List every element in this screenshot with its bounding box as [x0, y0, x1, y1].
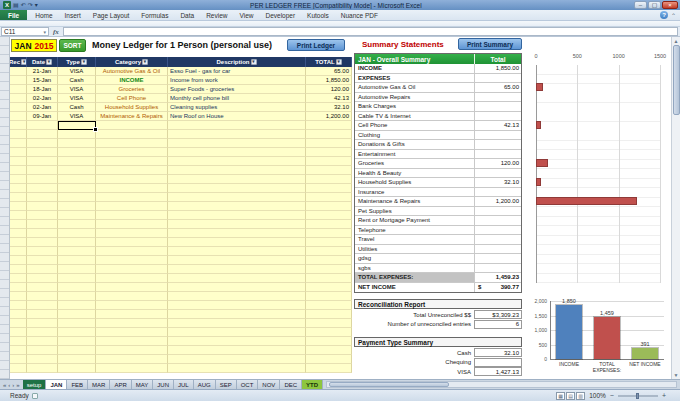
sheet-tab-nov[interactable]: NOV: [258, 380, 280, 389]
ledger-cell-total[interactable]: [306, 310, 352, 319]
ledger-cell-type[interactable]: [58, 292, 96, 301]
name-box-dropdown-icon[interactable]: ▾: [43, 29, 46, 35]
ledger-cell-description[interactable]: [168, 121, 306, 130]
macro-record-icon[interactable]: [32, 393, 38, 399]
ribbon-tab-data[interactable]: Data: [174, 10, 200, 20]
ledger-cell-description[interactable]: [168, 148, 306, 157]
ledger-cell-rec[interactable]: [10, 211, 27, 220]
ledger-cell-total[interactable]: 120.00: [306, 85, 352, 94]
payment-row-value[interactable]: 32.10: [474, 348, 522, 357]
ledger-cell-rec[interactable]: [10, 229, 27, 238]
summary-label[interactable]: Entertainment: [355, 150, 475, 159]
ledger-column-date[interactable]: Date▾: [27, 57, 58, 67]
summary-label[interactable]: gdsg: [355, 254, 475, 263]
ledger-cell-description[interactable]: [168, 229, 306, 238]
ledger-cell-type[interactable]: [58, 148, 96, 157]
row-header-strip[interactable]: [0, 37, 10, 379]
ledger-cell-category[interactable]: [96, 184, 168, 193]
ledger-cell-category[interactable]: INCOME: [96, 76, 168, 85]
ledger-column-category[interactable]: Category▾: [96, 57, 168, 67]
ledger-cell-rec[interactable]: [10, 67, 27, 76]
ledger-cell-date[interactable]: [27, 148, 58, 157]
summary-label[interactable]: TOTAL EXPENSES:: [355, 273, 475, 282]
summary-value[interactable]: [475, 131, 521, 140]
ledger-cell-total[interactable]: [306, 247, 352, 256]
ledger-cell-total[interactable]: [306, 139, 352, 148]
sheet-tab-ytd[interactable]: YTD: [302, 380, 323, 389]
page-layout-view-icon[interactable]: ▤: [566, 392, 575, 400]
ledger-cell-type[interactable]: [58, 184, 96, 193]
summary-value[interactable]: [475, 254, 521, 263]
ribbon-tab-file[interactable]: File: [0, 10, 27, 20]
ledger-cell-date[interactable]: [27, 184, 58, 193]
ledger-cell-rec[interactable]: [10, 148, 27, 157]
ledger-cell-date[interactable]: [27, 193, 58, 202]
ledger-cell-rec[interactable]: [10, 184, 27, 193]
ledger-cell-description[interactable]: [168, 283, 306, 292]
ledger-cell-description[interactable]: [168, 139, 306, 148]
ledger-cell-category[interactable]: [96, 292, 168, 301]
ledger-cell-date[interactable]: [27, 328, 58, 337]
ledger-cell-category[interactable]: Automotive Gas & Oil: [96, 67, 168, 76]
summary-label[interactable]: sgbs: [355, 264, 475, 273]
sheet-tab-jun[interactable]: JUN: [153, 380, 174, 389]
sheet-tab-dec[interactable]: DEC: [280, 380, 302, 389]
summary-value[interactable]: 65.00: [475, 83, 521, 92]
sheet-tab-may[interactable]: MAY: [132, 380, 154, 389]
reconciliation-row-value[interactable]: 6: [474, 320, 522, 329]
expense-bar-chart[interactable]: 050010001500: [524, 49, 670, 289]
ledger-cell-date[interactable]: [27, 121, 58, 130]
summary-label[interactable]: NET INCOME: [355, 283, 475, 293]
ledger-cell-date[interactable]: 02-Jan: [27, 94, 58, 103]
summary-value[interactable]: [475, 169, 521, 178]
summary-value[interactable]: 1,850.00: [475, 64, 521, 73]
ledger-cell-description[interactable]: [168, 265, 306, 274]
ledger-cell-date[interactable]: [27, 355, 58, 364]
ledger-cell-rec[interactable]: [10, 337, 27, 346]
summary-value[interactable]: [475, 226, 521, 235]
ledger-cell-description[interactable]: Cleaning supplies: [168, 103, 306, 112]
ribbon-tab-developer[interactable]: Developer: [259, 10, 301, 20]
summary-value[interactable]: 1,200.00: [475, 197, 521, 206]
ledger-cell-description[interactable]: Esso Fuel - gas for car: [168, 67, 306, 76]
ledger-cell-description[interactable]: [168, 184, 306, 193]
ledger-cell-type[interactable]: [58, 139, 96, 148]
minimize-button[interactable]: –: [634, 1, 647, 9]
ledger-cell-rec[interactable]: [10, 103, 27, 112]
ledger-cell-description[interactable]: Income from work: [168, 76, 306, 85]
ledger-cell-description[interactable]: [168, 247, 306, 256]
summary-label[interactable]: Health & Beauty: [355, 169, 475, 178]
ledger-cell-type[interactable]: VISA: [58, 85, 96, 94]
ledger-cell-description[interactable]: [168, 355, 306, 364]
ledger-cell-date[interactable]: [27, 238, 58, 247]
ledger-cell-total[interactable]: [306, 184, 352, 193]
ledger-cell-date[interactable]: [27, 157, 58, 166]
ledger-cell-total[interactable]: [306, 346, 352, 355]
ledger-cell-category[interactable]: Maintenance & Repairs: [96, 112, 168, 121]
sheet-tab-aug[interactable]: AUG: [194, 380, 216, 389]
ledger-cell-category[interactable]: [96, 283, 168, 292]
ledger-cell-total[interactable]: [306, 238, 352, 247]
ledger-cell-description[interactable]: [168, 337, 306, 346]
ledger-cell-type[interactable]: [58, 328, 96, 337]
ledger-cell-rec[interactable]: [10, 130, 27, 139]
summary-label[interactable]: Automotive Gas & Oil: [355, 83, 475, 92]
ledger-cell-description[interactable]: [168, 274, 306, 283]
ledger-cell-category[interactable]: Groceries: [96, 85, 168, 94]
summary-value[interactable]: [475, 140, 521, 149]
ledger-cell-description[interactable]: [168, 310, 306, 319]
ledger-cell-rec[interactable]: [10, 85, 27, 94]
summary-value[interactable]: 32.10: [475, 178, 521, 187]
ledger-cell-total[interactable]: [306, 211, 352, 220]
sheet-tab-sep[interactable]: SEP: [216, 380, 237, 389]
ledger-cell-total[interactable]: [306, 220, 352, 229]
filter-dropdown-icon[interactable]: ▾: [336, 59, 342, 65]
selected-cell-outline[interactable]: [58, 121, 96, 130]
ledger-cell-rec[interactable]: [10, 283, 27, 292]
summary-label[interactable]: Insurance: [355, 188, 475, 197]
ledger-cell-rec[interactable]: [10, 193, 27, 202]
ledger-cell-category[interactable]: [96, 139, 168, 148]
sort-button[interactable]: SORT: [59, 39, 86, 52]
payment-row-value[interactable]: 1,427.13: [474, 367, 522, 376]
ledger-cell-date[interactable]: [27, 301, 58, 310]
